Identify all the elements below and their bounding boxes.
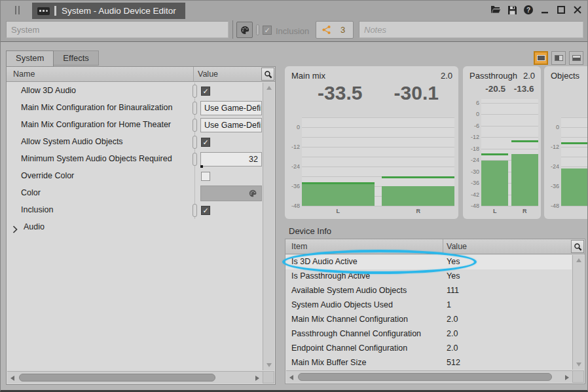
scroll-down-arrow-icon[interactable]	[576, 363, 581, 366]
palette-icon	[240, 25, 250, 35]
property-name: Allow 3D Audio	[21, 86, 76, 95]
share-icon	[322, 25, 331, 35]
scroll-left-arrow-icon[interactable]	[10, 376, 14, 381]
column-divider[interactable]	[193, 67, 194, 82]
tab-effects[interactable]: Effects	[54, 50, 99, 66]
minimum-system-audio-objects-required-input[interactable]: 32	[200, 152, 262, 167]
property-row: Main Mix Configuration for Home TheaterU…	[7, 117, 262, 134]
scroll-left-arrow-icon[interactable]	[289, 375, 293, 380]
link-indicator-handle[interactable]	[193, 102, 197, 115]
main-mix-configuration-for-home-theater-dropdown[interactable]: Use Game-Defin	[200, 118, 262, 132]
search-button[interactable]	[571, 240, 584, 253]
link-indicator-handle[interactable]	[193, 136, 197, 149]
device-info-row[interactable]: Main Mix Buffer Size512	[285, 356, 572, 370]
grid-line	[561, 206, 588, 206]
scroll-down-arrow-icon[interactable]	[266, 363, 272, 367]
scroll-up-arrow-icon[interactable]	[266, 86, 272, 90]
maximize-button[interactable]	[555, 4, 567, 16]
save-button[interactable]	[506, 4, 518, 16]
link-indicator-handle[interactable]	[193, 119, 197, 132]
property-value-cell	[194, 168, 262, 185]
device-info-row[interactable]: Endpoint Channel Configuration2.0	[285, 342, 572, 356]
device-info-row[interactable]: Available System Audio Objects111	[285, 284, 572, 298]
search-button[interactable]	[261, 68, 274, 81]
device-info-item: Main Mix Channel Configuration	[291, 315, 408, 324]
split-vertical-button[interactable]	[551, 51, 566, 65]
help-button[interactable]: ?	[523, 4, 534, 16]
grid-line	[302, 206, 454, 206]
meter-peak-values: -20.5-13.6	[481, 84, 538, 96]
inclusion-checkbox[interactable]: ✓	[263, 26, 272, 35]
dock-grip-icon[interactable]	[15, 6, 21, 14]
close-button[interactable]	[572, 4, 583, 16]
axis-tick-label: -42	[465, 191, 479, 198]
window-title-tab[interactable]: System - Audio Device Editor	[32, 3, 185, 19]
column-header-value[interactable]: Value	[198, 69, 218, 79]
device-info-vertical-scrollbar[interactable]	[572, 255, 584, 370]
device-info-row[interactable]: Main Mix Channel Configuration2.0	[285, 313, 572, 327]
device-info-horizontal-scrollbar[interactable]	[286, 370, 572, 383]
minimize-button[interactable]	[539, 4, 551, 16]
meter-fill	[382, 186, 454, 206]
scrollbar-corner	[572, 370, 584, 383]
meter-fill	[511, 154, 538, 206]
open-file-button[interactable]	[490, 4, 502, 16]
device-info-row[interactable]: Passthrough Channel Configuration2.0	[285, 327, 572, 342]
window-title: System - Audio Device Editor	[62, 6, 176, 16]
axis-tick-label: -24	[285, 163, 300, 170]
link-indicator-handle[interactable]	[193, 85, 197, 98]
references-button[interactable]: 3	[316, 21, 354, 39]
meter-plot[interactable]: 0-12-24-36-48	[561, 117, 588, 206]
meter-channel-config: 2.0	[523, 71, 535, 81]
meter-peak-value: -30.1	[378, 82, 455, 112]
meter-plot[interactable]: 0-12-24-36-48LR	[302, 117, 454, 206]
split-horizontal-button[interactable]	[569, 51, 583, 65]
view-toggle-group	[534, 51, 583, 65]
device-info-title: Device Info	[289, 226, 331, 236]
scrollbar-thumb[interactable]	[298, 373, 552, 381]
property-row: Inclusion✓	[7, 202, 262, 219]
properties-horizontal-scrollbar[interactable]	[7, 371, 263, 383]
scroll-up-arrow-icon[interactable]	[576, 258, 581, 262]
column-header-item[interactable]: Item	[291, 242, 307, 251]
axis-tick-label: -48	[545, 203, 559, 209]
allow-3d-audio-checkbox[interactable]: ✓	[201, 87, 210, 96]
chevron-right-icon[interactable]	[12, 224, 18, 236]
channel-label: R	[511, 208, 538, 214]
svg-text:?: ?	[526, 7, 530, 14]
allow-system-audio-objects-checkbox[interactable]: ✓	[201, 138, 210, 147]
axis-tick-label: -12	[545, 144, 559, 150]
object-name-input[interactable]	[6, 21, 229, 38]
audio-device-editor-window: System - Audio Device Editor ?	[0, 0, 588, 392]
main-mix-configuration-for-binauralization-dropdown[interactable]: Use Game-Defin	[200, 101, 262, 115]
inclusion-checkbox[interactable]: ✓	[201, 206, 210, 215]
device-info-row[interactable]: System Audio Objects Used1	[285, 298, 572, 313]
device-info-value: 1	[447, 300, 451, 309]
property-value-cell: Use Game-Defin	[194, 117, 262, 134]
notes-input[interactable]	[359, 21, 583, 38]
scroll-right-arrow-icon[interactable]	[565, 375, 569, 380]
link-indicator-handle[interactable]	[193, 153, 197, 166]
axis-tick-label: -36	[545, 183, 559, 189]
meter-peak-value: -13.6	[510, 84, 539, 96]
device-info-item: Available System Audio Objects	[291, 286, 407, 295]
scrollbar-thumb[interactable]	[19, 374, 215, 382]
scroll-right-arrow-icon[interactable]	[255, 376, 259, 381]
axis-tick-label: 6	[465, 100, 479, 106]
device-info-value: 2.0	[447, 329, 458, 338]
property-row: Color	[7, 185, 262, 202]
link-indicator-handle[interactable]	[193, 204, 197, 217]
single-pane-button[interactable]	[534, 51, 548, 65]
color-swatch[interactable]	[200, 186, 262, 201]
column-header-name[interactable]: Name	[13, 69, 35, 79]
link-indicator-handle[interactable]	[256, 24, 259, 35]
meter-fill	[561, 168, 588, 206]
single-pane-icon	[537, 55, 545, 61]
minimize-icon	[540, 5, 549, 14]
tab-system[interactable]: System	[6, 50, 54, 66]
properties-vertical-scrollbar[interactable]	[263, 83, 274, 370]
meter-plot[interactable]: 60-6-12-18-24-30-36-42-48LR	[481, 99, 538, 206]
column-header-value[interactable]: Value	[447, 242, 467, 251]
color-palette-button[interactable]	[236, 22, 253, 38]
override-color-checkbox[interactable]	[201, 172, 210, 181]
